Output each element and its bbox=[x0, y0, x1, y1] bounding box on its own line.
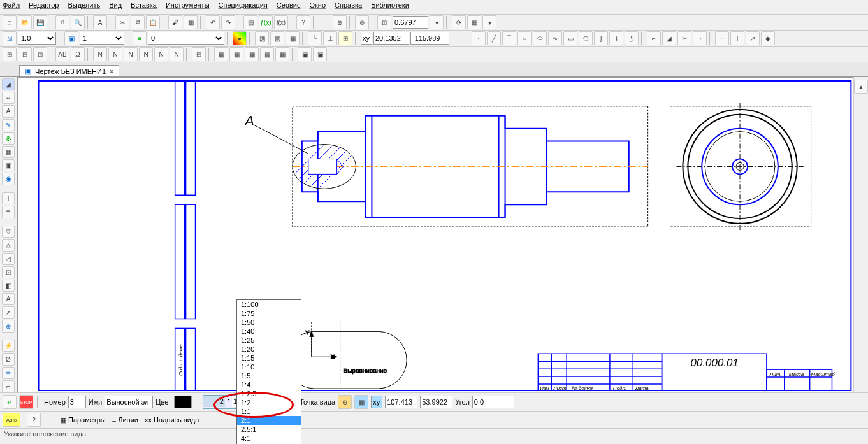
ugol-input[interactable] bbox=[472, 396, 514, 408]
menu-libs[interactable]: Библиотеки bbox=[371, 1, 409, 13]
stop-icon[interactable]: STOP bbox=[19, 395, 33, 409]
lb-meas-icon[interactable]: ▦ bbox=[2, 146, 15, 158]
scale-option[interactable]: 1:20 bbox=[237, 345, 301, 354]
imya-input[interactable] bbox=[105, 396, 153, 408]
point-mode-icon[interactable]: ▦ bbox=[354, 395, 368, 409]
scale-option[interactable]: 1:10 bbox=[237, 362, 301, 371]
redo-icon[interactable]: ↷ bbox=[221, 15, 235, 29]
scale-option[interactable]: 1:1 bbox=[237, 407, 301, 416]
fx-icon[interactable]: f(x) bbox=[274, 15, 288, 29]
lb-spec-icon[interactable]: ◉ bbox=[2, 173, 15, 185]
undo-icon[interactable]: ↶ bbox=[206, 15, 220, 29]
lb-v2-icon[interactable]: △ bbox=[2, 239, 15, 251]
lb-T-icon[interactable]: T bbox=[2, 192, 15, 204]
color-icon[interactable]: ● bbox=[233, 31, 247, 45]
tab-close-icon[interactable]: × bbox=[110, 68, 113, 75]
more-icon[interactable]: ▾ bbox=[482, 15, 496, 29]
hatch3-icon[interactable]: ▦ bbox=[286, 31, 300, 45]
lb-f1-icon[interactable]: ⚡ bbox=[2, 340, 15, 352]
chamfer-icon[interactable]: ◢ bbox=[662, 31, 676, 45]
menu-tools[interactable]: Инструменты bbox=[166, 1, 210, 13]
scale-option[interactable]: 4:1 bbox=[237, 434, 301, 443]
t3-n6-icon[interactable]: N bbox=[170, 47, 184, 61]
scale-option[interactable]: 2.5:1 bbox=[237, 425, 301, 434]
zoom-in-icon[interactable]: ⊕ bbox=[333, 15, 347, 29]
zoom-fit-icon[interactable]: ⊡ bbox=[377, 15, 391, 29]
snap2-icon[interactable]: ⊞ bbox=[338, 31, 352, 45]
new-icon[interactable]: □ bbox=[3, 15, 17, 29]
scale-option[interactable]: 1:2.5 bbox=[237, 389, 301, 398]
rb-up-icon[interactable]: ▲ bbox=[854, 80, 868, 94]
t3-tbl2-icon[interactable]: ▦ bbox=[229, 47, 243, 61]
tab-lines[interactable]: ≡ Линии bbox=[112, 416, 138, 424]
scale-option[interactable]: 1:25 bbox=[237, 336, 301, 345]
scale-option[interactable]: 1:15 bbox=[237, 354, 301, 362]
document-tab[interactable]: ▣ Чертеж БЕЗ ИМЕНИ1 × bbox=[19, 65, 119, 76]
tab-params[interactable]: ▦ Параметры bbox=[60, 416, 106, 424]
menu-file[interactable]: Файл bbox=[3, 1, 20, 13]
t3-omega-icon[interactable]: Ω bbox=[71, 47, 85, 61]
t3-n1-icon[interactable]: N bbox=[93, 47, 107, 61]
line-icon[interactable]: ╱ bbox=[487, 31, 501, 45]
point-pick-icon[interactable]: ⊕ bbox=[338, 395, 352, 409]
trim-icon[interactable]: ✂ bbox=[677, 31, 691, 45]
ortho-icon[interactable]: └ bbox=[308, 31, 322, 45]
t3-tbl3-icon[interactable]: ▦ bbox=[245, 47, 259, 61]
t3-3-icon[interactable]: ⊡ bbox=[33, 47, 47, 61]
scale-dropdown-list[interactable]: 1:100 1:75 1:50 1:40 1:25 1:20 1:15 1:10… bbox=[236, 299, 301, 444]
menu-view[interactable]: Вид bbox=[109, 1, 122, 13]
menu-help[interactable]: Справка bbox=[335, 1, 362, 13]
t3-tbl1-icon[interactable]: ▦ bbox=[214, 47, 228, 61]
symbol-icon[interactable]: ◆ bbox=[761, 31, 775, 45]
tab-caption[interactable]: xx Надпись вида bbox=[145, 416, 199, 424]
t3-tbl4-icon[interactable]: ▦ bbox=[260, 47, 274, 61]
spline-icon[interactable]: ∿ bbox=[548, 31, 562, 45]
curve3-icon[interactable]: ⟆ bbox=[625, 31, 639, 45]
copy-icon[interactable]: ⧉ bbox=[131, 15, 145, 29]
refresh-icon[interactable]: ⟳ bbox=[452, 15, 466, 29]
perp-icon[interactable]: ⊥ bbox=[323, 31, 337, 45]
tool-icon[interactable]: A bbox=[93, 15, 107, 29]
scale-option[interactable]: 1:5 bbox=[237, 371, 301, 380]
t3-ab-icon[interactable]: AB bbox=[55, 47, 69, 61]
color-swatch[interactable] bbox=[174, 396, 192, 408]
point-icon[interactable]: · bbox=[472, 31, 486, 45]
scale-option-selected[interactable]: 2:1 bbox=[237, 416, 301, 425]
layer-icon[interactable]: ≡ bbox=[133, 31, 147, 45]
cut-icon[interactable]: ✂ bbox=[115, 15, 129, 29]
menu-insert[interactable]: Вставка bbox=[131, 1, 157, 13]
scale-option[interactable]: 1:40 bbox=[237, 327, 301, 336]
scale-option[interactable]: 1:75 bbox=[237, 309, 301, 318]
save-icon[interactable]: 💾 bbox=[33, 15, 47, 29]
zoom-dropdown-icon[interactable]: ▾ bbox=[430, 15, 444, 29]
text-icon[interactable]: T bbox=[730, 31, 744, 45]
lb-param-icon[interactable]: ⚙ bbox=[2, 132, 15, 145]
lb-text-icon[interactable]: A bbox=[2, 105, 15, 117]
drawing-canvas[interactable]: Подп. и дата bbox=[17, 77, 853, 392]
scale-option[interactable]: 1:4 bbox=[237, 380, 301, 389]
lb-dim-icon[interactable]: ↔ bbox=[2, 92, 15, 104]
curve2-icon[interactable]: ⌇ bbox=[609, 31, 623, 45]
scale-option[interactable]: 1:100 bbox=[237, 300, 301, 309]
menu-editor[interactable]: Редактор bbox=[29, 1, 59, 13]
scale-option[interactable]: 1:50 bbox=[237, 318, 301, 327]
hatch2-icon[interactable]: ▧ bbox=[270, 31, 284, 45]
t3-n2-icon[interactable]: N bbox=[108, 47, 122, 61]
t3-n5-icon[interactable]: N bbox=[154, 47, 168, 61]
leader-icon[interactable]: ↗ bbox=[746, 31, 760, 45]
vars-icon[interactable]: ƒ(x) bbox=[259, 15, 273, 29]
print-icon[interactable]: ⎙ bbox=[55, 15, 69, 29]
snap-icon[interactable]: ⇲ bbox=[3, 31, 17, 45]
help-icon[interactable]: ? bbox=[296, 15, 310, 29]
lb-v1-icon[interactable]: ▽ bbox=[2, 226, 15, 238]
lb-v3-icon[interactable]: ◁ bbox=[2, 253, 15, 265]
preview-icon[interactable]: 🔍 bbox=[71, 15, 85, 29]
arc-icon[interactable]: ⌒ bbox=[502, 31, 516, 45]
lb-edit-icon[interactable]: ✎ bbox=[2, 119, 15, 131]
zoom-out-icon[interactable]: ⊖ bbox=[355, 15, 369, 29]
fillet-icon[interactable]: ⌐ bbox=[647, 31, 661, 45]
rect-icon[interactable]: ▭ bbox=[563, 31, 577, 45]
t3-sep-icon[interactable]: ⊟ bbox=[192, 47, 206, 61]
scale-left-input[interactable] bbox=[203, 396, 225, 407]
style-icon[interactable]: ▣ bbox=[64, 31, 78, 45]
